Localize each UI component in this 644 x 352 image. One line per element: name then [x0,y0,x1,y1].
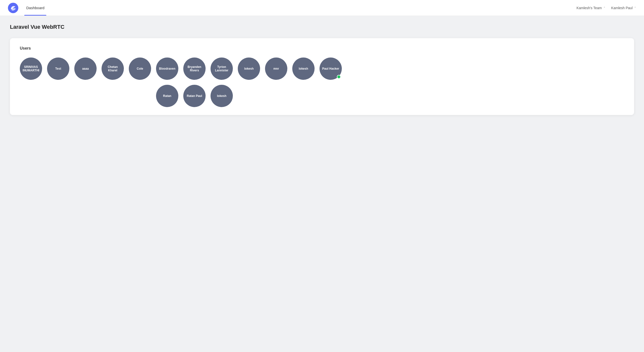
header: Dashboard Kamlesh's Team ⌃ Kamlesh Paul … [0,0,644,16]
user-avatar-wrapper-0-8[interactable]: lokesh [238,58,260,80]
user-avatar: lokesh [210,85,233,107]
user-avatar: Bryanden Rivers [183,58,206,80]
users-container: SRINIVAS INUMARTHITestaaaaChetan KharelC… [20,58,624,107]
user-avatar: Ratan [156,85,178,107]
app-logo [8,3,18,13]
users-card: Users SRINIVAS INUMARTHITestaaaaChetan K… [10,38,634,115]
user-avatar-wrapper-0-4[interactable]: Cole [129,58,151,80]
user-avatar: SRINIVAS INUMARTHI [20,58,42,80]
nav-tab-dashboard[interactable]: Dashboard [24,0,46,16]
online-status-dot [337,75,341,79]
user-avatar-wrapper-1-1[interactable]: Ratan Paul [183,85,206,107]
logo-area [8,3,18,13]
user-avatar: Test [47,58,69,80]
user-avatar: Ratan Paul [183,85,206,107]
user-selector[interactable]: Kamlesh Paul ⌃ [611,6,636,10]
user-chevron-icon: ⌃ [634,7,636,9]
users-row-1: RatanRatan Paullokesh [20,85,624,107]
user-avatar-wrapper-1-0[interactable]: Ratan [156,85,178,107]
main-nav: Dashboard [24,0,46,16]
user-avatar-wrapper-0-6[interactable]: Bryanden Rivers [183,58,206,80]
user-avatar: aaaa [74,58,96,80]
user-avatar-wrapper-0-5[interactable]: Bloodraven [156,58,178,80]
user-avatar: Cole [129,58,151,80]
team-chevron-icon: ⌃ [604,7,605,9]
user-avatar: Tyrion Lannister [210,58,233,80]
user-avatar-wrapper-0-0[interactable]: SRINIVAS INUMARTHI [20,58,42,80]
user-avatar-wrapper-0-7[interactable]: Tyrion Lannister [210,58,233,80]
user-avatar-wrapper-0-11[interactable]: Paul Hacker [320,58,342,80]
user-avatar: mnr [265,58,287,80]
user-avatar-wrapper-0-9[interactable]: mnr [265,58,287,80]
user-avatar-wrapper-0-1[interactable]: Test [47,58,69,80]
user-avatar-wrapper-1-2[interactable]: lokesh [210,85,233,107]
header-right: Kamlesh's Team ⌃ Kamlesh Paul ⌃ [577,6,636,10]
user-avatar: Paul Hacker [320,58,342,80]
users-section-title: Users [20,46,624,51]
page-title: Laravel Vue WebRTC [10,24,634,30]
user-avatar: lokesh [238,58,260,80]
user-avatar: lokesh [292,58,314,80]
users-row-0: SRINIVAS INUMARTHITestaaaaChetan KharelC… [20,58,624,80]
main-content: Laravel Vue WebRTC Users SRINIVAS INUMAR… [0,16,644,123]
user-avatar-wrapper-0-10[interactable]: lokesh [292,58,314,80]
team-selector[interactable]: Kamlesh's Team ⌃ [577,6,605,10]
user-avatar-wrapper-0-3[interactable]: Chetan Kharel [102,58,124,80]
user-avatar: Bloodraven [156,58,178,80]
user-avatar-wrapper-0-2[interactable]: aaaa [74,58,96,80]
user-avatar: Chetan Kharel [102,58,124,80]
